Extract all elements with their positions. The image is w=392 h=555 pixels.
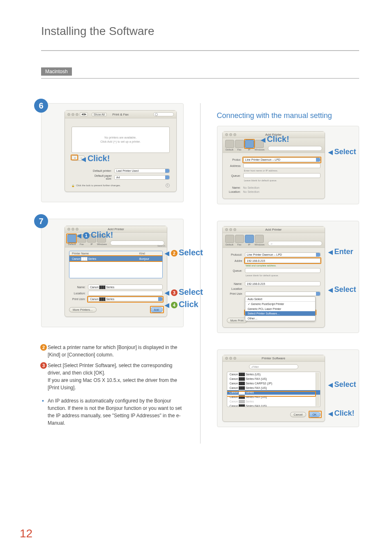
print-using-select[interactable] — [245, 291, 321, 296]
list-item[interactable]: Canon ███ Series FAX (US) — [227, 377, 320, 381]
menu-item-selected[interactable]: Select Printer Software… — [245, 311, 315, 316]
search-input[interactable] — [268, 146, 322, 151]
address-field[interactable] — [243, 163, 321, 168]
step6-shot: 6 ◀ ▶ Show All Print & Fax — [41, 103, 184, 202]
print-fax-window: ◀ ▶ Show All Print & Fax No printers are… — [65, 110, 177, 192]
menu-item[interactable]: Generic PostScript Printer — [245, 301, 315, 307]
step-badge-6: 6 — [34, 99, 48, 113]
printer-list[interactable]: Printer NameKind Canon ███ SeriesBonjour — [69, 251, 163, 278]
list-item[interactable]: Canon ███ Series — [227, 399, 320, 404]
menu-item[interactable]: Auto Select — [245, 297, 315, 301]
search-input[interactable]: ⌕ — [268, 241, 322, 246]
manual-heading: Connecting with the manual setting — [217, 111, 360, 120]
print-using-select[interactable]: Canon ███ Series — [88, 297, 163, 301]
callout-select: Select — [328, 380, 356, 389]
name-field[interactable]: Canon ███ Series — [88, 284, 163, 289]
more-printers-button[interactable]: More Printers… — [69, 307, 97, 312]
list-item-selected[interactable]: Canon ███ Series — [227, 390, 320, 395]
page-title: Installing the Software — [41, 25, 359, 38]
step7-shot: 7 Add Printer Default Fax IP Windows — [41, 219, 184, 327]
default-printer-select[interactable]: Last Printer Used — [114, 169, 170, 173]
paper-size-select[interactable]: A4 — [114, 175, 170, 180]
menu-item[interactable]: Generic PCL Laser Printer — [245, 307, 315, 311]
manual-shot-2: Add Printer Default Fax IP Windows ⌕ Pro… — [217, 221, 360, 333]
callout-select: Select — [328, 148, 356, 156]
rule — [41, 50, 359, 51]
tab-default[interactable] — [225, 140, 234, 148]
location-field[interactable] — [88, 291, 163, 296]
protocol-select[interactable]: Line Printer Daemon – LPD — [243, 157, 321, 162]
default-printer-label: Default printer: — [88, 169, 112, 172]
menu-item[interactable]: Other… — [245, 316, 315, 321]
printer-software-window: Printer Software ⌕ Filter Canon ███ Seri… — [222, 355, 325, 422]
callout-click: Click! — [261, 134, 289, 144]
add-button[interactable]: Add — [150, 307, 163, 312]
lock-text: Click the lock to prevent further change… — [76, 184, 121, 187]
tab-fax[interactable] — [235, 140, 244, 148]
list-item[interactable]: Canon ███ Series (US) — [227, 372, 320, 377]
add-printer-button[interactable]: + — [72, 156, 78, 160]
page-number: 12 — [20, 527, 32, 540]
paper-size-label: Default paper size: — [88, 174, 112, 180]
tab-windows[interactable] — [255, 235, 264, 243]
printer-list-empty: No printers are available. Click Add (+)… — [71, 127, 170, 153]
step-badge-7: 7 — [34, 214, 48, 228]
callout-click: Click! — [81, 154, 110, 163]
address-field[interactable]: 192.168.0.215 — [245, 258, 321, 263]
callout-enter: Enter — [328, 247, 353, 256]
list-item[interactable]: Canon ███ Series FAX (US) — [227, 404, 320, 407]
queue-field[interactable] — [245, 268, 321, 273]
filter-input[interactable]: ⌕ Filter — [249, 364, 298, 369]
add-printer-window: Add Printer Default Fax IP Windows ⌕ Pro… — [222, 226, 325, 328]
manual-shot-1: Add Printer Default Fax IP Windows Proto… — [217, 126, 360, 204]
note-bullet: An IP address is automatically configure… — [41, 397, 184, 427]
help-button[interactable]: ? — [166, 183, 170, 187]
step7-notes: 2Select a printer name for which [Bonjou… — [41, 344, 184, 391]
list-item[interactable]: Canon ███ SeriesBonjour — [69, 256, 162, 261]
tab-ip[interactable] — [245, 235, 254, 243]
list-item[interactable]: Canon ███ Series FAX (US) — [227, 395, 320, 399]
subsection-badge: Macintosh — [41, 67, 72, 76]
software-list[interactable]: Canon ███ Series (US) Canon ███ Series F… — [227, 372, 321, 407]
ok-button[interactable]: OK — [309, 412, 320, 417]
protocol-select[interactable]: Line Printer Daemon – LPD — [245, 252, 321, 257]
queue-field[interactable] — [243, 173, 321, 178]
cancel-button[interactable]: Cancel — [290, 412, 307, 417]
scrollbar[interactable] — [316, 372, 320, 406]
tab-default[interactable] — [67, 234, 76, 243]
tab-ip[interactable] — [245, 140, 254, 148]
name-field[interactable]: 192.168.0.215 — [245, 281, 321, 286]
print-using-menu[interactable]: Auto Select Generic PostScript Printer G… — [245, 296, 316, 321]
list-item[interactable]: Canon ███ Series CARPS2 (JP) — [227, 381, 320, 386]
window-title: Print & Fax — [65, 113, 176, 116]
manual-shot-3: Printer Software ⌕ Filter Canon ███ Seri… — [217, 349, 360, 427]
tab-default[interactable] — [225, 235, 234, 243]
callout-select: Select — [328, 285, 356, 294]
list-item[interactable]: Canon ███ Series FAX (US) — [227, 386, 320, 390]
lock-icon[interactable]: 🔒 — [71, 184, 74, 187]
callout-click: Click! — [328, 409, 355, 418]
search-input[interactable] — [110, 240, 164, 245]
tab-fax[interactable] — [235, 235, 244, 243]
rule2 — [41, 78, 359, 79]
more-printers-button[interactable]: More Print — [227, 318, 247, 323]
